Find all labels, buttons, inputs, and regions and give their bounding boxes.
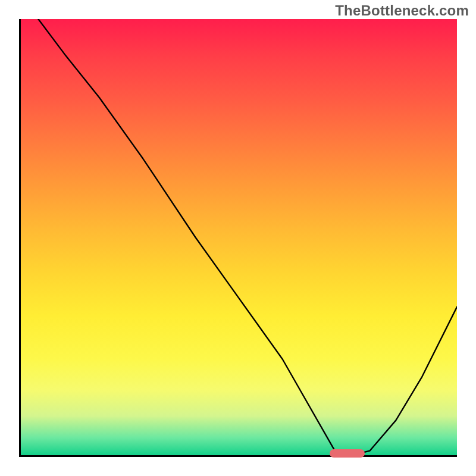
chart-container: TheBottleneck.com — [0, 0, 476, 476]
optimal-marker — [330, 449, 365, 458]
curve-svg — [21, 19, 457, 455]
watermark-text: TheBottleneck.com — [335, 2, 469, 19]
bottleneck-curve — [38, 19, 457, 455]
plot-area — [19, 19, 457, 457]
